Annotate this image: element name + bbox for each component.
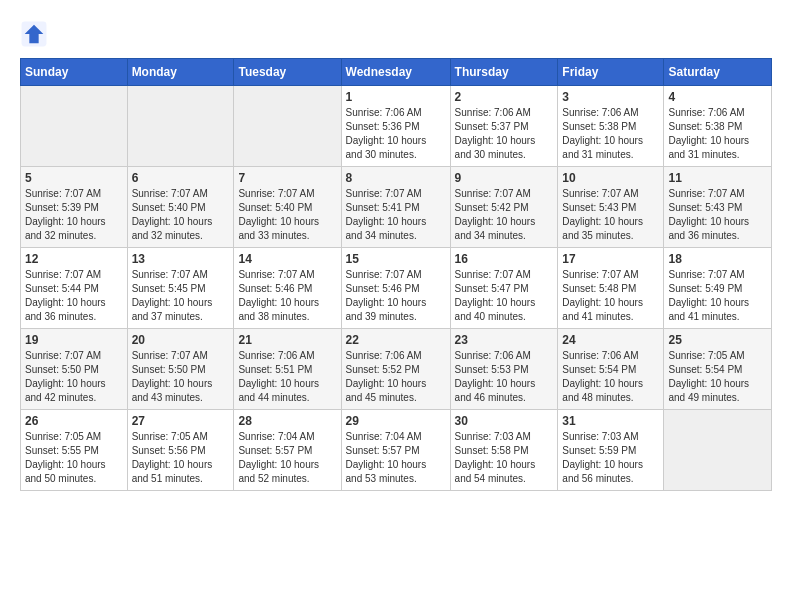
calendar-cell: 5Sunrise: 7:07 AMSunset: 5:39 PMDaylight…	[21, 167, 128, 248]
day-detail: Sunrise: 7:06 AMSunset: 5:38 PMDaylight:…	[668, 106, 767, 162]
weekday-header-wednesday: Wednesday	[341, 59, 450, 86]
day-number: 17	[562, 252, 659, 266]
day-detail: Sunrise: 7:07 AMSunset: 5:39 PMDaylight:…	[25, 187, 123, 243]
calendar-cell: 11Sunrise: 7:07 AMSunset: 5:43 PMDayligh…	[664, 167, 772, 248]
day-number: 23	[455, 333, 554, 347]
day-number: 14	[238, 252, 336, 266]
day-number: 30	[455, 414, 554, 428]
day-number: 8	[346, 171, 446, 185]
calendar-cell: 28Sunrise: 7:04 AMSunset: 5:57 PMDayligh…	[234, 410, 341, 491]
day-number: 2	[455, 90, 554, 104]
day-detail: Sunrise: 7:07 AMSunset: 5:43 PMDaylight:…	[562, 187, 659, 243]
calendar-week-row: 19Sunrise: 7:07 AMSunset: 5:50 PMDayligh…	[21, 329, 772, 410]
calendar-cell: 4Sunrise: 7:06 AMSunset: 5:38 PMDaylight…	[664, 86, 772, 167]
calendar-cell: 30Sunrise: 7:03 AMSunset: 5:58 PMDayligh…	[450, 410, 558, 491]
calendar-body: 1Sunrise: 7:06 AMSunset: 5:36 PMDaylight…	[21, 86, 772, 491]
day-number: 4	[668, 90, 767, 104]
calendar-cell: 17Sunrise: 7:07 AMSunset: 5:48 PMDayligh…	[558, 248, 664, 329]
calendar-cell: 15Sunrise: 7:07 AMSunset: 5:46 PMDayligh…	[341, 248, 450, 329]
calendar-cell: 25Sunrise: 7:05 AMSunset: 5:54 PMDayligh…	[664, 329, 772, 410]
calendar-cell: 31Sunrise: 7:03 AMSunset: 5:59 PMDayligh…	[558, 410, 664, 491]
day-detail: Sunrise: 7:07 AMSunset: 5:44 PMDaylight:…	[25, 268, 123, 324]
day-detail: Sunrise: 7:06 AMSunset: 5:53 PMDaylight:…	[455, 349, 554, 405]
day-detail: Sunrise: 7:07 AMSunset: 5:48 PMDaylight:…	[562, 268, 659, 324]
day-detail: Sunrise: 7:07 AMSunset: 5:47 PMDaylight:…	[455, 268, 554, 324]
calendar-cell: 26Sunrise: 7:05 AMSunset: 5:55 PMDayligh…	[21, 410, 128, 491]
weekday-header-row: SundayMondayTuesdayWednesdayThursdayFrid…	[21, 59, 772, 86]
weekday-header-monday: Monday	[127, 59, 234, 86]
day-detail: Sunrise: 7:06 AMSunset: 5:51 PMDaylight:…	[238, 349, 336, 405]
calendar-cell	[21, 86, 128, 167]
day-number: 21	[238, 333, 336, 347]
day-detail: Sunrise: 7:05 AMSunset: 5:54 PMDaylight:…	[668, 349, 767, 405]
calendar-week-row: 26Sunrise: 7:05 AMSunset: 5:55 PMDayligh…	[21, 410, 772, 491]
day-number: 13	[132, 252, 230, 266]
calendar-cell: 2Sunrise: 7:06 AMSunset: 5:37 PMDaylight…	[450, 86, 558, 167]
day-number: 25	[668, 333, 767, 347]
day-number: 1	[346, 90, 446, 104]
calendar-cell	[664, 410, 772, 491]
calendar-week-row: 1Sunrise: 7:06 AMSunset: 5:36 PMDaylight…	[21, 86, 772, 167]
day-detail: Sunrise: 7:07 AMSunset: 5:45 PMDaylight:…	[132, 268, 230, 324]
day-number: 3	[562, 90, 659, 104]
day-number: 27	[132, 414, 230, 428]
calendar-cell: 12Sunrise: 7:07 AMSunset: 5:44 PMDayligh…	[21, 248, 128, 329]
day-number: 7	[238, 171, 336, 185]
calendar-cell: 1Sunrise: 7:06 AMSunset: 5:36 PMDaylight…	[341, 86, 450, 167]
calendar-cell: 16Sunrise: 7:07 AMSunset: 5:47 PMDayligh…	[450, 248, 558, 329]
day-detail: Sunrise: 7:04 AMSunset: 5:57 PMDaylight:…	[238, 430, 336, 486]
day-number: 20	[132, 333, 230, 347]
calendar-week-row: 12Sunrise: 7:07 AMSunset: 5:44 PMDayligh…	[21, 248, 772, 329]
calendar-cell: 6Sunrise: 7:07 AMSunset: 5:40 PMDaylight…	[127, 167, 234, 248]
day-number: 31	[562, 414, 659, 428]
day-number: 15	[346, 252, 446, 266]
day-detail: Sunrise: 7:07 AMSunset: 5:43 PMDaylight:…	[668, 187, 767, 243]
calendar-cell: 9Sunrise: 7:07 AMSunset: 5:42 PMDaylight…	[450, 167, 558, 248]
calendar-cell: 22Sunrise: 7:06 AMSunset: 5:52 PMDayligh…	[341, 329, 450, 410]
logo	[20, 20, 52, 48]
calendar-cell: 24Sunrise: 7:06 AMSunset: 5:54 PMDayligh…	[558, 329, 664, 410]
calendar-cell: 21Sunrise: 7:06 AMSunset: 5:51 PMDayligh…	[234, 329, 341, 410]
day-number: 19	[25, 333, 123, 347]
day-number: 29	[346, 414, 446, 428]
calendar-table: SundayMondayTuesdayWednesdayThursdayFrid…	[20, 58, 772, 491]
calendar-cell: 14Sunrise: 7:07 AMSunset: 5:46 PMDayligh…	[234, 248, 341, 329]
calendar-cell	[127, 86, 234, 167]
day-detail: Sunrise: 7:06 AMSunset: 5:54 PMDaylight:…	[562, 349, 659, 405]
day-number: 5	[25, 171, 123, 185]
day-detail: Sunrise: 7:06 AMSunset: 5:52 PMDaylight:…	[346, 349, 446, 405]
calendar-cell: 27Sunrise: 7:05 AMSunset: 5:56 PMDayligh…	[127, 410, 234, 491]
day-detail: Sunrise: 7:07 AMSunset: 5:50 PMDaylight:…	[25, 349, 123, 405]
day-number: 16	[455, 252, 554, 266]
day-detail: Sunrise: 7:07 AMSunset: 5:42 PMDaylight:…	[455, 187, 554, 243]
day-detail: Sunrise: 7:07 AMSunset: 5:49 PMDaylight:…	[668, 268, 767, 324]
day-detail: Sunrise: 7:05 AMSunset: 5:55 PMDaylight:…	[25, 430, 123, 486]
day-detail: Sunrise: 7:07 AMSunset: 5:46 PMDaylight:…	[238, 268, 336, 324]
weekday-header-sunday: Sunday	[21, 59, 128, 86]
calendar-cell: 13Sunrise: 7:07 AMSunset: 5:45 PMDayligh…	[127, 248, 234, 329]
calendar-cell: 10Sunrise: 7:07 AMSunset: 5:43 PMDayligh…	[558, 167, 664, 248]
day-number: 28	[238, 414, 336, 428]
calendar-cell: 20Sunrise: 7:07 AMSunset: 5:50 PMDayligh…	[127, 329, 234, 410]
logo-icon	[20, 20, 48, 48]
calendar-cell: 18Sunrise: 7:07 AMSunset: 5:49 PMDayligh…	[664, 248, 772, 329]
day-detail: Sunrise: 7:06 AMSunset: 5:36 PMDaylight:…	[346, 106, 446, 162]
day-detail: Sunrise: 7:07 AMSunset: 5:40 PMDaylight:…	[238, 187, 336, 243]
day-number: 12	[25, 252, 123, 266]
calendar-header: SundayMondayTuesdayWednesdayThursdayFrid…	[21, 59, 772, 86]
page-header	[20, 20, 772, 48]
weekday-header-tuesday: Tuesday	[234, 59, 341, 86]
day-number: 24	[562, 333, 659, 347]
calendar-cell: 8Sunrise: 7:07 AMSunset: 5:41 PMDaylight…	[341, 167, 450, 248]
day-number: 10	[562, 171, 659, 185]
calendar-cell: 29Sunrise: 7:04 AMSunset: 5:57 PMDayligh…	[341, 410, 450, 491]
day-detail: Sunrise: 7:07 AMSunset: 5:50 PMDaylight:…	[132, 349, 230, 405]
calendar-cell	[234, 86, 341, 167]
day-number: 18	[668, 252, 767, 266]
day-number: 22	[346, 333, 446, 347]
calendar-cell: 3Sunrise: 7:06 AMSunset: 5:38 PMDaylight…	[558, 86, 664, 167]
calendar-cell: 19Sunrise: 7:07 AMSunset: 5:50 PMDayligh…	[21, 329, 128, 410]
day-number: 6	[132, 171, 230, 185]
day-detail: Sunrise: 7:04 AMSunset: 5:57 PMDaylight:…	[346, 430, 446, 486]
calendar-cell: 7Sunrise: 7:07 AMSunset: 5:40 PMDaylight…	[234, 167, 341, 248]
